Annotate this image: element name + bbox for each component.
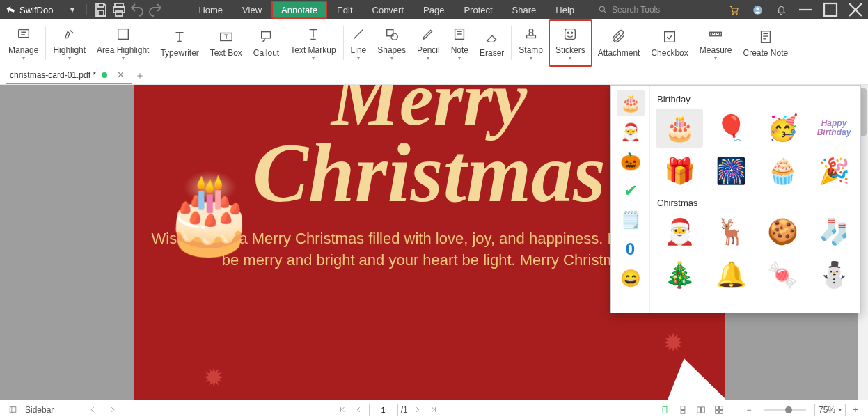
menu-share[interactable]: Share xyxy=(503,0,546,19)
cat-pumpkin[interactable]: 🎃 xyxy=(617,148,645,175)
view-two-page-icon[interactable] xyxy=(693,403,709,417)
view-continuous-icon[interactable] xyxy=(675,403,691,417)
tool-note[interactable]: Note▾ xyxy=(445,19,474,67)
svg-rect-50 xyxy=(697,406,701,412)
sticker-snowman[interactable]: ⛄ xyxy=(810,255,858,294)
workspace: Merry Christmas Wishing you a Merry Chri… xyxy=(0,85,868,400)
search-tools[interactable]: Search Tools xyxy=(598,5,660,15)
cat-emoji[interactable]: 😄 xyxy=(617,265,645,292)
view-single-icon[interactable] xyxy=(657,403,672,417)
sticker-fireworks[interactable]: 🎆 xyxy=(707,152,755,191)
page-total: /1 xyxy=(401,405,408,415)
sticker-party-hat[interactable]: 🥳 xyxy=(759,109,806,148)
svg-point-31 xyxy=(571,32,573,33)
sticker-reindeer[interactable]: 🦌 xyxy=(707,212,755,251)
view-two-continuous-icon[interactable] xyxy=(711,403,727,417)
menu-page[interactable]: Page xyxy=(413,0,454,19)
tabstrip: christmas-card-01.pdf * ✕ ＋ xyxy=(0,67,868,85)
cat-birthday[interactable]: 🎂 xyxy=(617,90,645,116)
tool-eraser[interactable]: Eraser xyxy=(474,19,510,67)
tool-callout[interactable]: Callout xyxy=(248,19,285,67)
undo-icon[interactable] xyxy=(129,1,145,18)
quick-access-toolbar: ▾ xyxy=(64,1,164,18)
tool-measure[interactable]: Measure▾ xyxy=(694,19,738,67)
decoration-burst-icon: ✹ xyxy=(663,329,684,358)
tool-shapes[interactable]: Shapes▾ xyxy=(372,19,411,67)
tool-stickers[interactable]: Stickers▾ xyxy=(549,19,592,67)
page-prev-icon[interactable] xyxy=(352,403,366,417)
svg-rect-20 xyxy=(261,32,270,38)
zoom-level[interactable]: 75%▾ xyxy=(814,404,846,416)
sticker-santa[interactable]: 🎅 xyxy=(656,212,703,251)
close-tab-icon[interactable]: ✕ xyxy=(117,70,125,80)
menu-convert[interactable]: Convert xyxy=(363,0,414,19)
svg-rect-47 xyxy=(663,406,667,413)
sticker-main: Birthday 🎂 🎈 🥳 Happy Birthday 🎁 🎆 🧁 🎉 Ch… xyxy=(650,86,860,313)
svg-rect-15 xyxy=(18,29,29,37)
sticker-stocking[interactable]: 🧦 xyxy=(810,212,858,251)
sticker-happy-birthday-text[interactable]: Happy Birthday xyxy=(810,109,858,148)
sticker-bell[interactable]: 🔔 xyxy=(707,255,755,294)
cat-zero[interactable]: 0 xyxy=(617,236,645,262)
svg-rect-18 xyxy=(118,29,128,39)
menu-edit[interactable]: Edit xyxy=(327,0,362,19)
sticker-gift[interactable]: 🎁 xyxy=(656,152,703,191)
modified-indicator-icon xyxy=(102,72,107,78)
zoom-slider[interactable] xyxy=(764,409,806,411)
tool-text-box[interactable]: Text Box xyxy=(205,19,248,67)
app-name: SwifDoo xyxy=(19,5,53,15)
cart-icon[interactable] xyxy=(722,0,745,19)
tool-text-markup[interactable]: Text Markup▾ xyxy=(285,19,341,67)
tool-attachment[interactable]: Attachment xyxy=(592,19,646,67)
menu-protect[interactable]: Protect xyxy=(454,0,502,19)
sidebar-toggle-icon[interactable] xyxy=(6,403,19,417)
tool-area-highlight[interactable]: Area Highlight▾ xyxy=(91,19,155,67)
tool-pencil[interactable]: Pencil▾ xyxy=(411,19,445,67)
tool-typewriter[interactable]: Typewriter xyxy=(155,19,204,67)
menu-help[interactable]: Help xyxy=(546,0,584,19)
page-next-icon[interactable] xyxy=(411,403,425,417)
tool-create-note[interactable]: Create Note xyxy=(737,19,794,67)
menu-view[interactable]: View xyxy=(232,0,271,19)
page-last-icon[interactable] xyxy=(427,403,441,417)
nav-next-icon[interactable] xyxy=(105,403,119,417)
cat-santa[interactable]: 🎅 xyxy=(617,119,645,145)
page-number-input[interactable] xyxy=(369,404,398,416)
redo-icon[interactable] xyxy=(147,1,164,18)
sticker-balloons[interactable]: 🎈 xyxy=(707,109,755,148)
sticker-tree[interactable]: 🎄 xyxy=(656,255,703,294)
sidebar-label[interactable]: Sidebar xyxy=(25,405,54,415)
maximize-button[interactable] xyxy=(818,0,843,19)
tool-highlight[interactable]: Highlight▾ xyxy=(47,19,91,67)
svg-rect-51 xyxy=(702,406,705,412)
tool-manage[interactable]: Manage▾ xyxy=(3,19,44,67)
qat-dropdown-icon[interactable]: ▾ xyxy=(64,1,81,18)
svg-point-23 xyxy=(391,33,397,40)
cat-note[interactable]: 🗒️ xyxy=(617,207,645,233)
page-first-icon[interactable] xyxy=(336,403,349,417)
close-button[interactable] xyxy=(843,0,868,19)
user-icon[interactable] xyxy=(745,0,769,19)
zoom-out-icon[interactable]: − xyxy=(742,403,756,417)
menu-annotate[interactable]: Annotate xyxy=(271,1,327,19)
tool-checkbox[interactable]: Checkbox xyxy=(645,19,693,67)
sticker-cake[interactable]: 🎂 xyxy=(656,109,703,148)
sticker-candycane[interactable]: 🍬 xyxy=(759,255,806,294)
nav-prev-icon[interactable] xyxy=(86,403,100,417)
print-icon[interactable] xyxy=(111,1,127,18)
sticker-party-popper[interactable]: 🎉 xyxy=(810,152,858,191)
zoom-in-icon[interactable]: + xyxy=(849,403,862,417)
minimize-button[interactable] xyxy=(793,0,818,19)
cat-check[interactable]: ✔ xyxy=(617,177,645,204)
new-tab-button[interactable]: ＋ xyxy=(132,67,148,84)
menu-home[interactable]: Home xyxy=(189,0,232,19)
tool-line[interactable]: Line▾ xyxy=(345,19,372,67)
save-icon[interactable] xyxy=(93,1,109,18)
tool-stamp[interactable]: Stamp▾ xyxy=(513,19,549,67)
placed-sticker-cake[interactable]: 🎂 xyxy=(161,168,257,258)
bell-icon[interactable] xyxy=(769,0,793,19)
svg-rect-54 xyxy=(716,410,719,413)
file-tab[interactable]: christmas-card-01.pdf * ✕ xyxy=(6,67,132,84)
sticker-gingerbread[interactable]: 🍪 xyxy=(759,212,806,251)
sticker-cupcake[interactable]: 🧁 xyxy=(759,152,806,191)
